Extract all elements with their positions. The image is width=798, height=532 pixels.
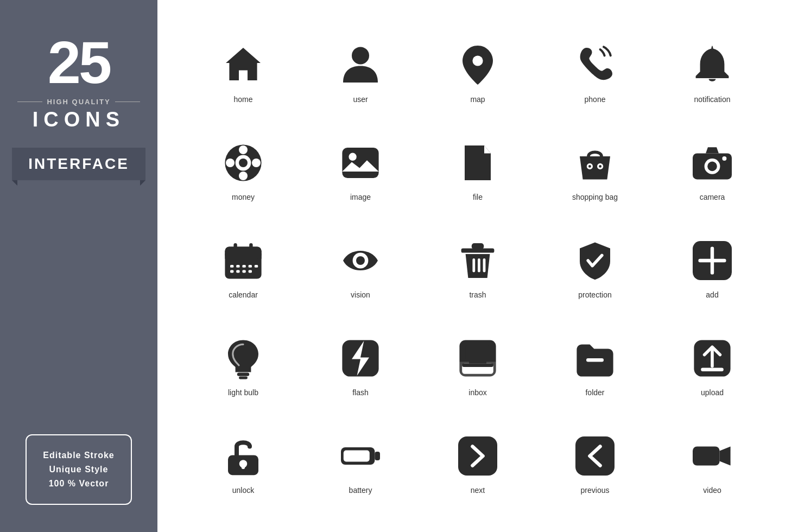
feature-2: Unique Style	[43, 465, 114, 474]
user-icon	[336, 41, 385, 90]
notification-label: notification	[694, 95, 731, 104]
svg-rect-57	[458, 436, 497, 476]
phone-icon	[571, 41, 619, 90]
shopping-bag-label: shopping bag	[572, 193, 618, 201]
icon-cell-user: user	[302, 22, 419, 119]
calendar-label: calendar	[229, 290, 258, 299]
icon-cell-camera: camera	[654, 119, 771, 217]
svg-point-34	[356, 256, 365, 265]
next-icon	[453, 432, 502, 480]
svg-point-14	[599, 165, 601, 168]
icon-cell-battery: battery	[302, 413, 419, 510]
home-icon	[219, 41, 268, 90]
svg-point-4	[239, 159, 248, 167]
svg-point-17	[707, 162, 717, 172]
image-label: image	[350, 193, 371, 201]
phone-label: phone	[585, 95, 606, 104]
upload-icon	[688, 334, 737, 383]
camera-label: camera	[700, 193, 725, 201]
image-icon	[336, 138, 385, 187]
icon-cell-inbox: inbox	[419, 315, 536, 413]
inbox-icon	[453, 334, 502, 383]
money-icon	[219, 138, 268, 187]
main-container: 25 HIGH QUALITY ICONS INTERFACE Editable…	[0, 0, 798, 532]
icon-cell-folder: folder	[536, 315, 654, 413]
file-icon	[453, 138, 502, 187]
icon-cell-light-bulb: light bulb	[185, 315, 302, 413]
trash-icon	[453, 236, 502, 285]
folder-icon	[571, 334, 619, 383]
features-box: Editable Stroke Unique Style 100 % Vecto…	[26, 434, 131, 505]
svg-rect-23	[236, 265, 239, 268]
svg-rect-30	[249, 270, 252, 273]
battery-icon	[336, 432, 385, 480]
svg-rect-22	[230, 265, 233, 268]
vision-icon	[336, 236, 385, 285]
svg-rect-38	[478, 258, 480, 273]
svg-rect-32	[249, 243, 252, 250]
icon-cell-shopping-bag: shopping bag	[536, 119, 654, 217]
add-icon	[688, 236, 737, 285]
icon-cell-protection: protection	[536, 217, 654, 315]
money-label: money	[232, 193, 255, 201]
light-bulb-label: light bulb	[228, 388, 258, 397]
shopping-bag-icon	[571, 138, 619, 187]
icon-grid: home user map	[185, 22, 771, 510]
sidebar: 25 HIGH QUALITY ICONS INTERFACE Editable…	[0, 0, 157, 532]
svg-rect-26	[255, 265, 258, 268]
add-label: add	[706, 290, 718, 299]
upload-label: upload	[701, 388, 724, 397]
svg-point-0	[352, 47, 369, 64]
svg-rect-41	[237, 372, 249, 376]
svg-rect-50	[701, 368, 724, 371]
svg-point-7	[239, 145, 248, 154]
flash-icon	[336, 334, 385, 383]
svg-rect-53	[242, 464, 245, 469]
icon-cell-vision: vision	[302, 217, 419, 315]
next-label: next	[471, 486, 485, 495]
svg-rect-48	[586, 358, 604, 362]
folder-label: folder	[585, 388, 604, 397]
svg-point-5	[226, 159, 235, 167]
calendar-icon	[219, 236, 268, 285]
icon-cell-calendar: calendar	[185, 217, 302, 315]
video-icon	[688, 432, 737, 480]
icons-main: home user map	[157, 0, 798, 532]
icon-count: 25	[17, 33, 140, 92]
file-label: file	[473, 193, 483, 201]
sidebar-top: 25 HIGH QUALITY ICONS INTERFACE	[17, 33, 140, 180]
icon-cell-upload: upload	[654, 315, 771, 413]
svg-rect-55	[375, 452, 380, 460]
flash-label: flash	[352, 388, 369, 397]
svg-rect-28	[236, 270, 239, 273]
svg-rect-29	[242, 270, 245, 273]
svg-rect-31	[233, 243, 237, 250]
vision-label: vision	[351, 290, 370, 299]
icon-cell-home: home	[185, 22, 302, 119]
svg-rect-21	[225, 254, 261, 259]
battery-label: battery	[349, 486, 372, 495]
icon-cell-map: map	[419, 22, 536, 119]
svg-rect-59	[693, 446, 720, 465]
svg-rect-27	[230, 270, 233, 273]
svg-rect-56	[344, 451, 370, 462]
svg-rect-58	[575, 436, 615, 476]
icon-cell-video: video	[654, 413, 771, 510]
user-label: user	[353, 95, 368, 104]
light-bulb-icon	[219, 334, 268, 383]
icon-cell-previous: previous	[536, 413, 654, 510]
icon-cell-image: image	[302, 119, 419, 217]
svg-point-10	[349, 153, 356, 161]
icon-cell-flash: flash	[302, 315, 419, 413]
svg-rect-47	[466, 345, 490, 361]
svg-rect-24	[242, 265, 245, 268]
inbox-label: inbox	[468, 388, 486, 397]
previous-label: previous	[581, 486, 610, 495]
video-label: video	[703, 486, 721, 495]
map-icon	[453, 41, 502, 90]
trash-label: trash	[469, 290, 486, 299]
svg-point-13	[588, 165, 591, 168]
svg-rect-9	[342, 148, 378, 178]
svg-rect-36	[472, 243, 484, 249]
icons-label: ICONS	[17, 108, 140, 131]
